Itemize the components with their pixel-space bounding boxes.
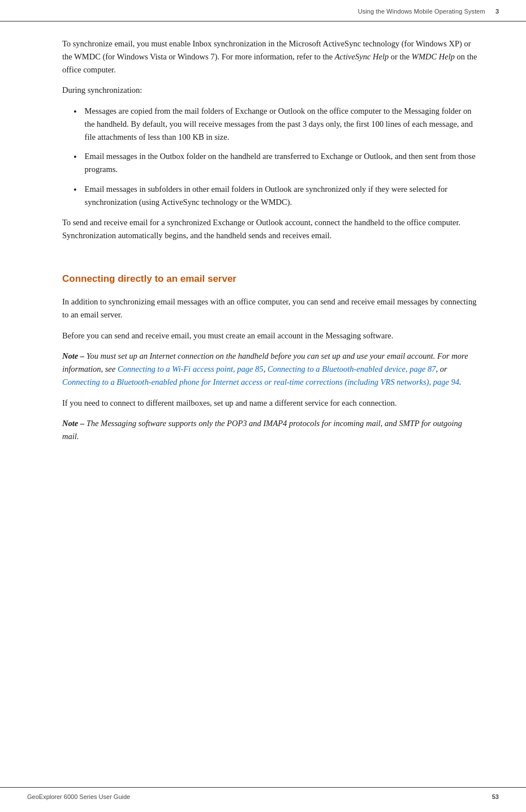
activesync-help-italic: ActiveSync Help	[335, 52, 389, 61]
bullet-3-text: Email messages in subfolders in other em…	[85, 183, 481, 209]
footer-guide-title: GeoExplorer 6000 Series User Guide	[27, 792, 130, 802]
mailboxes-paragraph: If you need to connect to different mail…	[62, 397, 481, 410]
bullet-1-text: Messages are copied from the mail folder…	[85, 105, 481, 143]
list-item: Email messages in the Outbox folder on t…	[62, 150, 481, 176]
footer-page-number: 53	[492, 792, 499, 802]
header-page-number: 3	[495, 7, 499, 16]
wmdc-help-italic: WMDC Help	[412, 52, 455, 61]
section-heading: Connecting directly to an email server	[62, 272, 481, 286]
sync-bullet-list: Messages are copied from the mail folder…	[62, 105, 481, 208]
note1-link1[interactable]: Connecting to a Wi-Fi access point, page…	[118, 364, 264, 373]
list-item: Messages are copied from the mail folder…	[62, 105, 481, 143]
during-sync-label: During synchronization:	[62, 84, 481, 97]
note1-end: .	[459, 377, 462, 386]
note1-prefix: Note –	[62, 351, 84, 360]
note-1: Note – You must set up an Internet conne…	[62, 350, 481, 388]
note2-body: The Messaging software supports only the…	[62, 419, 462, 441]
list-item: Email messages in subfolders in other em…	[62, 183, 481, 209]
note1-link3[interactable]: Connecting to a Bluetooth-enabled phone …	[62, 377, 459, 386]
note1-link2[interactable]: Connecting to a Bluetooth-enabled device…	[268, 364, 436, 373]
bullet-2-text: Email messages in the Outbox folder on t…	[85, 150, 481, 176]
note2-prefix: Note –	[62, 419, 84, 428]
connecting-para-2: Before you can send and receive email, y…	[62, 329, 481, 342]
connecting-para-1: In addition to synchronizing email messa…	[62, 295, 481, 321]
note-2: Note – The Messaging software supports o…	[62, 417, 481, 443]
page-header: Using the Windows Mobile Operating Syste…	[0, 0, 526, 22]
send-receive-paragraph: To send and receive email for a synchron…	[62, 216, 481, 242]
chapter-title: Using the Windows Mobile Operating Syste…	[358, 7, 485, 16]
mailboxes-text: If you need to connect to different mail…	[62, 398, 397, 407]
note1-or: , or	[436, 364, 447, 373]
page-content: To synchronize email, you must enable In…	[0, 22, 526, 485]
note1-comma1: ,	[264, 364, 268, 373]
page-footer: GeoExplorer 6000 Series User Guide 53	[0, 787, 526, 802]
intro-paragraph: To synchronize email, you must enable In…	[62, 37, 481, 76]
intro-mid: or the	[389, 52, 412, 61]
